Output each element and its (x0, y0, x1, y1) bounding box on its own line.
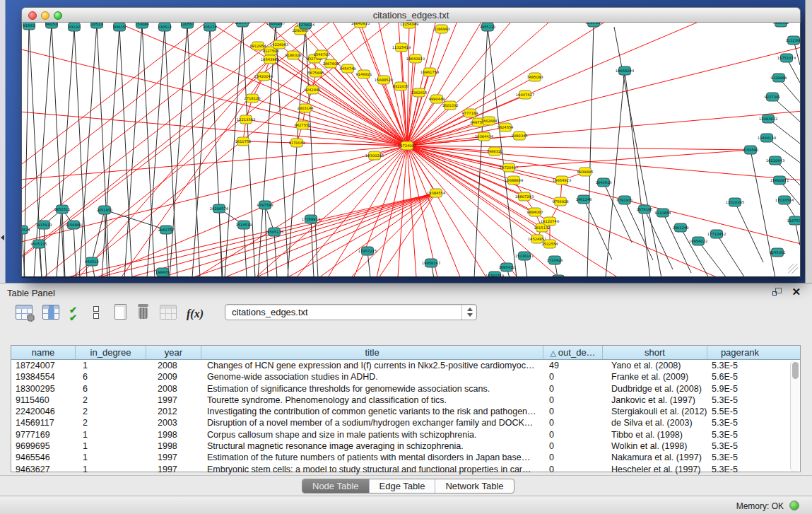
left-panel-collapsed-gutter[interactable] (0, 0, 6, 283)
column-header-short[interactable]: short (603, 346, 707, 359)
graph-node-label: 23420046 (254, 74, 273, 78)
table-row[interactable]: 911546021997Tourette syndrome. Phenomeno… (11, 395, 800, 406)
function-builder-icon[interactable]: f(x) (187, 308, 204, 320)
table-cell: 9465546 (11, 452, 76, 463)
network-graph[interactable]: 1872400719384554912750814226063891295418… (22, 23, 800, 276)
tab-node-table[interactable]: Node Table (302, 479, 370, 493)
graph-node-label: 15276024 (296, 23, 315, 27)
select-all-icon[interactable]: ✔✔ (69, 306, 77, 322)
collapse-left-icon[interactable] (1, 235, 4, 240)
table-cell: 1997 (146, 464, 201, 475)
tab-network-table[interactable]: Network Table (435, 479, 513, 493)
table-cell: de Silva et al. (2003) (603, 417, 707, 428)
graph-node-label: 12213383 (237, 117, 255, 122)
graph-node-label: 2803144 (297, 106, 314, 110)
table-selector-dropdown[interactable]: citations_edges.txt (225, 304, 477, 320)
graph-node-label: 13505135 (265, 230, 283, 234)
tab-edge-table[interactable]: Edge Table (370, 479, 436, 493)
graph-node-label: 1961249 (672, 226, 688, 230)
vertical-scrollbar[interactable] (790, 361, 799, 472)
table-cell: Stergiakouli et al. (2012) (603, 406, 707, 417)
new-document-icon[interactable] (114, 304, 126, 320)
table-cell: 0 (543, 395, 603, 406)
sort-ascending-icon[interactable]: △ (550, 349, 555, 357)
memory-ok-icon[interactable] (789, 501, 799, 510)
graph-node-label: 33102 (69, 25, 81, 29)
table-cell: 1 (76, 464, 146, 475)
graph-node-label: 15692971 (770, 178, 789, 182)
graph-node-label: 198405 (155, 270, 170, 274)
table-cell: 1998 (146, 440, 201, 452)
close-window-button[interactable] (28, 11, 37, 20)
table-body[interactable]: 1872400712008Changes of HCN gene express… (11, 360, 800, 475)
table-cell: 2003 (146, 417, 201, 428)
float-panel-icon[interactable] (772, 288, 782, 297)
table-cell: Structural magnetic resonance image aver… (201, 440, 543, 452)
show-columns-icon[interactable] (42, 305, 59, 320)
graph-node-label: 120557 (180, 23, 194, 26)
trash-icon[interactable] (137, 304, 149, 320)
node-table[interactable]: namein_degreeyeartitle△out_de…shortpager… (11, 345, 801, 472)
dropdown-stepper-icon[interactable] (461, 305, 476, 320)
column-header-out_de[interactable]: △out_de… (543, 346, 603, 359)
table-cell: 2 (76, 395, 146, 406)
minimize-window-button[interactable] (41, 11, 49, 20)
window-resize-grip[interactable] (788, 264, 798, 274)
window-titlebar[interactable]: citations_edges.txt (21, 7, 801, 23)
graph-node-label: 8912954 (249, 44, 266, 48)
graph-node-label: 19384554 (427, 191, 446, 195)
table-cell: Genome-wide association studies in ADHD. (201, 371, 543, 382)
graph-node-label: 9242845 (304, 88, 320, 92)
table-cell: 5.5E-5 (707, 406, 772, 417)
table-row[interactable]: 1830029562008Estimation of significance … (11, 383, 800, 395)
table-type-tabs[interactable]: Node TableEdge TableNetwork Table (302, 479, 514, 493)
column-header-year[interactable]: year (146, 346, 201, 359)
graph-node-label: 13444138 (758, 136, 776, 140)
graph-node-label: 1186963 (433, 27, 449, 31)
table-row[interactable]: 1938455462009Genome-wide association stu… (11, 371, 800, 382)
scrollbar-thumb[interactable] (792, 362, 799, 379)
table-cell: 9115460 (11, 395, 76, 406)
network-canvas[interactable]: 1872400719384554912750814226063891295418… (21, 23, 801, 278)
table-selector-value: citations_edges.txt (232, 307, 308, 317)
table-row[interactable]: 946554611997Estimation of the future num… (11, 452, 800, 463)
table-row[interactable]: 946362711997Embryonic stem cells: a mode… (11, 464, 800, 475)
table-cell: 0 (543, 429, 603, 440)
table-cell: Franke et al. (2009) (603, 371, 707, 382)
graph-node-label: 20206576 (210, 206, 228, 211)
close-panel-icon[interactable]: ✕ (792, 286, 801, 298)
table-cell: 2012 (146, 406, 201, 417)
graph-node-label: 8186328 (285, 53, 301, 57)
graph-node-label: 17016504 (775, 198, 794, 202)
table-cell: 2 (76, 417, 146, 428)
network-desktop: citations_edges.txt 18724007193845549127… (0, 0, 812, 283)
graph-node-label: 1112304 (785, 38, 800, 42)
table-cell: 9463627 (11, 464, 76, 475)
table-cell: Estimation of the future numbers of pati… (201, 452, 543, 463)
column-header-title[interactable]: title (201, 346, 543, 359)
zoom-window-button[interactable] (54, 11, 62, 20)
graph-node-label: 14524851 (528, 237, 546, 241)
graph-node-label: 2867608 (322, 62, 339, 66)
table-cell: 49 (543, 360, 603, 371)
column-header-in_degree[interactable]: in_degree (76, 346, 146, 359)
table-cell: 1997 (146, 452, 201, 463)
table-settings-icon[interactable] (16, 305, 33, 320)
graph-node-label: 1640913 (595, 180, 611, 185)
table-cell: 1 (76, 429, 146, 440)
graph-node-label: 9170043 (288, 141, 305, 145)
graph-node[interactable] (553, 275, 565, 276)
table-row[interactable]: 977716911998Corpus callosum shape and si… (11, 429, 800, 440)
table-row[interactable]: 2242004622012Investigating the contribut… (11, 406, 800, 417)
table-header-row[interactable]: namein_degreeyeartitle△out_de…shortpager… (11, 346, 800, 360)
column-header-pagerank[interactable]: pagerank (707, 346, 772, 359)
table-row[interactable]: 969969511998Structural magnetic resonanc… (11, 440, 800, 452)
table-row[interactable]: 1456911722003Disruption of a novel membe… (11, 417, 800, 428)
graph-node-label: 18640910 (406, 57, 425, 61)
graph-node-label: 1679197 (636, 207, 652, 211)
table-row[interactable]: 1872400712008Changes of HCN gene express… (11, 360, 800, 371)
column-header-name[interactable]: name (11, 346, 76, 359)
deselect-all-icon[interactable] (93, 306, 99, 320)
graph-node-label: 10954022 (689, 239, 707, 243)
table-cell: 2009 (146, 371, 201, 382)
